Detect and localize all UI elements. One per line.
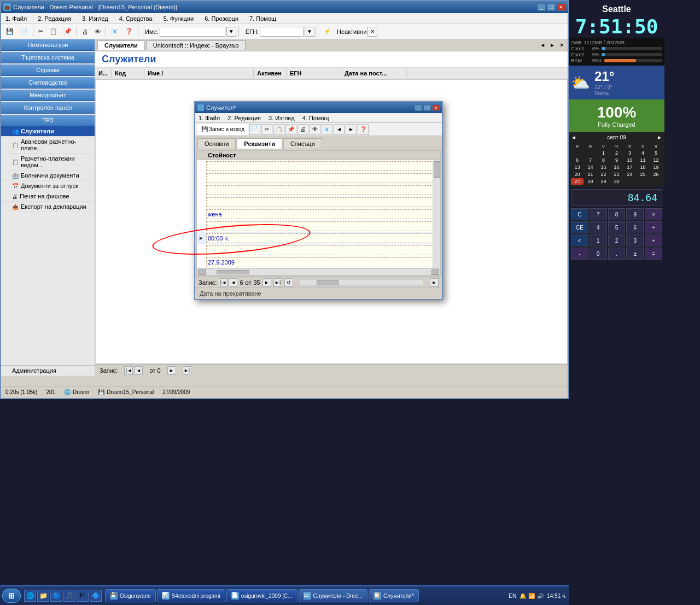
modal-bottom-right[interactable]: ► <box>430 278 439 287</box>
calc-8[interactable]: 8 <box>608 208 626 220</box>
row-input-3[interactable] <box>206 185 440 195</box>
cal-cell[interactable]: 21 <box>584 171 597 178</box>
modal-tab-requisites[interactable]: Реквизити <box>237 138 282 149</box>
modal-tb-5[interactable]: 🖨 <box>298 124 308 135</box>
sidebar-header-nomenclature[interactable]: Номенклатури <box>1 39 95 51</box>
cal-cell[interactable]: 6 <box>571 157 584 163</box>
modal-nav-prev[interactable]: ◄ <box>229 278 237 287</box>
row-input-8[interactable] <box>206 245 440 255</box>
tab-employees[interactable]: Служители <box>97 40 145 50</box>
toolbar-btn-2[interactable]: 📄 <box>18 26 31 38</box>
modal-tb-help[interactable]: ❓ <box>358 124 369 135</box>
cal-cell[interactable]: 18 <box>637 164 649 171</box>
calc-mul[interactable]: × <box>645 208 662 220</box>
modal-tb-2[interactable]: ✂ <box>261 124 272 135</box>
modal-h-scrollbar[interactable] <box>197 268 440 275</box>
cal-cell[interactable]: 15 <box>597 164 610 171</box>
toolbar-btn-3[interactable]: ✂ <box>36 26 46 38</box>
cal-cell[interactable]: 14 <box>584 164 597 171</box>
cal-cell[interactable]: 17 <box>623 164 636 171</box>
row-input-2[interactable] <box>206 173 440 183</box>
cal-cell[interactable]: 12 <box>650 157 662 163</box>
ql-ie[interactable]: 🌐 <box>24 590 36 602</box>
toolbar-btn-5[interactable]: 📌 <box>61 26 74 38</box>
taskbar-item-s4et[interactable]: 📊 S4etovodni progami <box>157 589 225 602</box>
modal-tb-3[interactable]: 📋 <box>273 124 284 135</box>
modal-nav-refresh[interactable]: ↺ <box>284 278 293 287</box>
cal-cell[interactable]: 10 <box>623 157 636 163</box>
calc-ce[interactable]: CE <box>571 221 588 233</box>
cal-cell[interactable]: 25 <box>637 171 649 178</box>
cal-cell-today[interactable]: 27 <box>571 178 584 185</box>
row-value-5[interactable]: жена <box>208 211 222 218</box>
cal-cell[interactable] <box>650 178 662 185</box>
modal-menu-edit[interactable]: 2. Редакция <box>225 114 263 122</box>
modal-minimize-btn[interactable]: _ <box>415 104 422 111</box>
filter-ime-input[interactable] <box>160 27 225 37</box>
ql-media[interactable]: 🎵 <box>63 590 75 602</box>
cal-cell[interactable]: 28 <box>584 178 597 185</box>
modal-menu-view[interactable]: 3. Изглед <box>266 114 297 122</box>
cal-cell[interactable]: 8 <box>597 157 610 163</box>
cal-cell[interactable] <box>623 178 636 185</box>
calc-2[interactable]: 2 <box>608 234 626 246</box>
ql-ie2[interactable]: 🔵 <box>50 590 62 602</box>
cal-cell[interactable]: 7 <box>584 157 597 163</box>
menu-windows[interactable]: 6. Прозорци <box>201 15 242 22</box>
row-value-9[interactable]: 27.9.2009 <box>208 259 235 266</box>
taskbar-item-employee-modal[interactable]: 📋 Служители* <box>369 589 418 602</box>
maximize-button[interactable]: □ <box>547 3 556 11</box>
sidebar-item-payroll[interactable]: 📋 Разчетно-платежни ведом... <box>1 154 95 171</box>
modal-bottom-scrollbar[interactable] <box>300 279 423 286</box>
sidebar-item-print[interactable]: 🖨 Печат на фишове <box>1 191 95 202</box>
start-button[interactable]: ⊞ <box>2 589 21 603</box>
nav-next[interactable]: ► <box>167 366 176 375</box>
cal-cell[interactable]: 3 <box>623 150 636 156</box>
row-input-6[interactable] <box>206 221 440 231</box>
menu-help[interactable]: 7. Помощ <box>246 15 279 22</box>
cal-cell[interactable]: 9 <box>610 157 623 163</box>
tab-browser[interactable]: Unicontsoft :: Индекс - Браузър <box>146 40 246 50</box>
ql-flag[interactable]: 🏳 <box>77 590 89 602</box>
cal-cell[interactable]: 4 <box>637 150 649 156</box>
menu-tools[interactable]: 4. Средства <box>116 15 156 22</box>
cal-cell[interactable]: 16 <box>610 164 623 171</box>
tab-next-btn[interactable]: ► <box>548 42 557 48</box>
sidebar-header-accounting[interactable]: Счетоводство <box>1 77 95 89</box>
toolbar-btn-4[interactable]: 📋 <box>47 26 60 38</box>
taskbar-item-osig2009[interactable]: 📄 osigurovki_2009 [C... <box>226 589 298 602</box>
menu-edit[interactable]: 2. Редакция <box>34 15 74 22</box>
row-input-4[interactable] <box>206 197 440 207</box>
cal-cell[interactable]: 30 <box>610 178 623 185</box>
modal-tb-6[interactable]: 👁 <box>310 124 320 135</box>
calc-back[interactable]: < <box>571 234 588 246</box>
toolbar-btn-8[interactable]: 📧 <box>108 26 121 38</box>
modal-tb-1[interactable]: 📄 <box>249 124 260 135</box>
tab-close-btn[interactable]: ✕ <box>558 42 565 48</box>
cal-cell[interactable] <box>571 150 584 156</box>
modal-nav-next[interactable]: ► <box>262 278 271 287</box>
sidebar-item-sick[interactable]: 🏥 Болнични документи <box>1 171 95 181</box>
modal-tb-7[interactable]: 📧 <box>322 124 332 135</box>
calc-9[interactable]: 9 <box>626 208 644 220</box>
toolbar-btn-9[interactable]: ❓ <box>122 26 136 38</box>
sidebar-header-trz[interactable]: ТРЗ <box>1 115 95 126</box>
close-button[interactable]: ✕ <box>557 3 565 11</box>
ql-folder[interactable]: 📁 <box>37 590 49 602</box>
sidebar-header-management[interactable]: Мениджмънт <box>1 90 95 101</box>
ql-misc[interactable]: 🔷 <box>90 590 102 602</box>
modal-close-btn[interactable]: ✕ <box>432 104 440 111</box>
cal-cell[interactable]: 2 <box>610 150 623 156</box>
calc-dot[interactable]: . <box>608 248 626 260</box>
cal-cell[interactable]: 22 <box>597 171 610 178</box>
toolbar-btn-1[interactable]: 💾 <box>3 26 16 38</box>
calc-eq[interactable]: = <box>645 248 662 260</box>
calc-3[interactable]: 3 <box>626 234 644 246</box>
minimize-button[interactable]: _ <box>537 3 546 11</box>
cal-cell[interactable]: 26 <box>650 171 662 178</box>
filter-egn-dropdown[interactable]: ▼ <box>305 27 314 37</box>
sidebar-item-vacation[interactable]: 📅 Документи за отпуск <box>1 181 95 191</box>
cal-cell[interactable]: 5 <box>650 150 662 156</box>
cal-cell[interactable]: 13 <box>571 164 584 171</box>
sidebar-item-employees[interactable]: 👥 Служители <box>1 126 95 137</box>
